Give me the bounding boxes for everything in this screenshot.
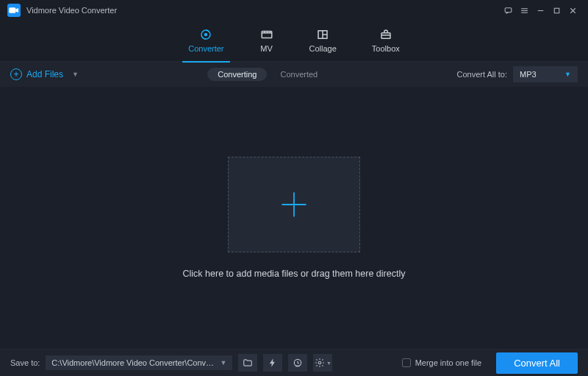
convert-all-button[interactable]: Convert All — [496, 352, 578, 374]
toolbox-icon — [379, 28, 393, 41]
app-title: Vidmore Video Converter — [26, 6, 117, 15]
chevron-down-icon: ▼ — [220, 359, 226, 366]
title-bar: Vidmore Video Converter — [0, 0, 588, 21]
lightning-icon — [268, 358, 278, 368]
converter-icon — [198, 28, 213, 41]
tab-label: Toolbox — [372, 44, 400, 53]
chevron-down-icon[interactable]: ▼ — [72, 71, 79, 78]
add-media-dropzone[interactable] — [228, 157, 360, 252]
svg-text:OFF: OFF — [295, 365, 300, 368]
main-area: Click here to add media files or drag th… — [0, 87, 588, 349]
folder-icon — [243, 358, 253, 368]
checkbox-box — [402, 358, 411, 367]
tab-label: MV — [260, 44, 273, 53]
plus-icon — [278, 188, 310, 221]
settings-button[interactable]: ▼ — [313, 354, 332, 372]
feedback-button[interactable] — [500, 2, 516, 18]
hardware-accel-button[interactable] — [263, 354, 282, 372]
save-to-label: Save to: — [10, 358, 40, 367]
maximize-button[interactable] — [548, 2, 564, 18]
convert-all-to-group: Convert All to: MP3 ▼ — [457, 66, 578, 82]
svg-point-25 — [318, 361, 321, 364]
save-path-value: C:\Vidmore\Vidmore Video Converter\Conve… — [51, 358, 215, 367]
segment-converting[interactable]: Converting — [207, 68, 267, 81]
chevron-down-icon: ▼ — [326, 361, 331, 366]
merge-checkbox[interactable]: Merge into one file — [402, 358, 482, 367]
logo-camera-icon — [7, 4, 21, 17]
merge-label: Merge into one file — [415, 358, 482, 367]
mv-icon — [259, 28, 274, 41]
tab-label: Collage — [309, 44, 337, 53]
output-format-value: MP3 — [520, 70, 537, 79]
chevron-down-icon: ▼ — [564, 71, 571, 78]
status-segment: Converting Converted — [207, 68, 328, 81]
plus-circle-icon: + — [10, 68, 22, 80]
add-files-button[interactable]: + Add Files ▼ — [10, 68, 79, 80]
svg-rect-6 — [554, 8, 559, 13]
svg-rect-1 — [505, 7, 512, 12]
tab-converter[interactable]: Converter — [185, 25, 226, 57]
minimize-button[interactable] — [532, 2, 548, 18]
tab-label: Converter — [188, 44, 223, 53]
tab-toolbox[interactable]: Toolbox — [369, 25, 403, 57]
gear-icon — [315, 358, 325, 368]
bottom-bar: Save to: C:\Vidmore\Vidmore Video Conver… — [0, 349, 588, 376]
high-speed-button[interactable]: OFF — [288, 354, 307, 372]
menu-button[interactable] — [516, 2, 532, 18]
collage-icon — [315, 28, 330, 41]
tab-collage[interactable]: Collage — [306, 25, 340, 57]
segment-converted[interactable]: Converted — [270, 68, 328, 81]
dropzone-hint: Click here to add media files or drag th… — [183, 269, 406, 279]
app-logo — [7, 4, 21, 17]
add-files-label: Add Files — [26, 69, 63, 79]
save-path-select[interactable]: C:\Vidmore\Vidmore Video Converter\Conve… — [46, 355, 232, 370]
speed-icon: OFF — [293, 358, 303, 368]
open-folder-button[interactable] — [238, 354, 257, 372]
output-format-select[interactable]: MP3 ▼ — [513, 66, 578, 82]
toolbar: + Add Files ▼ Converting Converted Conve… — [0, 62, 588, 87]
tab-mv[interactable]: MV — [257, 25, 277, 57]
convert-all-to-label: Convert All to: — [457, 70, 507, 79]
svg-point-10 — [205, 33, 207, 35]
close-button[interactable] — [564, 2, 581, 18]
svg-rect-0 — [9, 7, 15, 13]
main-nav: Converter MV Collage Toolbox — [0, 21, 588, 62]
